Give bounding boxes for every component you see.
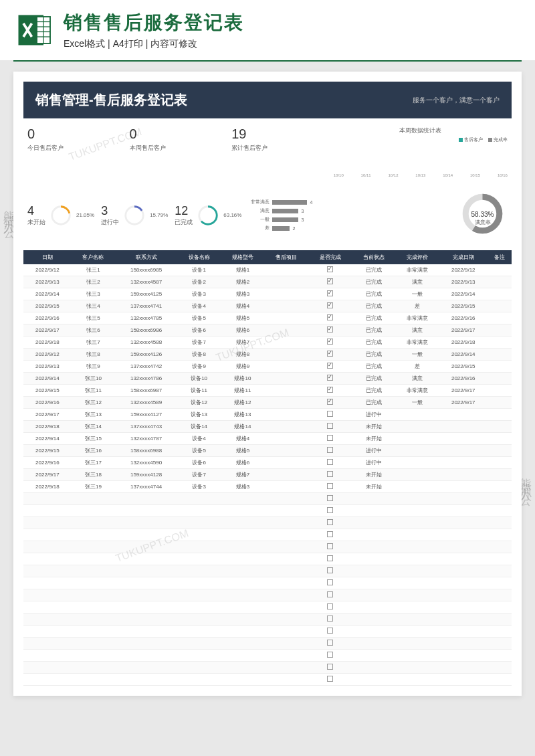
table-cell: 规格6 xyxy=(221,324,264,337)
rating-value: 4 xyxy=(310,200,312,205)
table-cell: 137xxxx4741 xyxy=(115,300,177,312)
table-cell xyxy=(488,324,512,337)
status-not-started: 4 未开始 21.05% xyxy=(27,204,94,227)
table-cell: 一般 xyxy=(396,288,439,300)
checkbox-icon[interactable] xyxy=(327,483,333,489)
table-cell xyxy=(308,457,352,469)
checkbox-icon[interactable] xyxy=(327,640,333,646)
table-row xyxy=(23,517,512,529)
arc-icon xyxy=(123,204,146,227)
checkbox-icon[interactable] xyxy=(327,326,333,333)
checkbox-icon[interactable] xyxy=(327,363,333,369)
table-cell xyxy=(177,529,221,541)
table-cell xyxy=(177,662,221,674)
checkbox-icon[interactable] xyxy=(327,266,333,272)
rating-value: 3 xyxy=(301,217,304,222)
checkbox-icon[interactable] xyxy=(327,567,333,573)
checkbox-icon[interactable] xyxy=(327,591,333,597)
table-cell xyxy=(177,638,221,650)
table-cell xyxy=(115,601,177,613)
table-cell: 张三15 xyxy=(72,433,115,445)
checkbox-icon[interactable] xyxy=(327,459,333,465)
chart-legend: 售后客户 完成率 xyxy=(334,136,508,143)
checkbox-icon[interactable] xyxy=(327,302,333,308)
table-row xyxy=(23,650,512,662)
table-cell xyxy=(265,349,308,361)
table-cell xyxy=(115,505,177,517)
checkbox-icon[interactable] xyxy=(327,411,333,417)
donut-pct: 58.33% xyxy=(471,211,494,218)
checkbox-icon[interactable] xyxy=(327,531,333,537)
chart-x-axis: 10/1010/1110/1210/1310/1410/1510/16 xyxy=(334,173,508,177)
checkbox-icon[interactable] xyxy=(327,351,333,357)
checkbox-icon[interactable] xyxy=(327,616,333,622)
rating-label: 满意 xyxy=(248,207,270,214)
checkbox-icon[interactable] xyxy=(327,278,333,284)
checkbox-icon[interactable] xyxy=(327,399,333,405)
table-cell xyxy=(396,638,439,650)
checkbox-icon[interactable] xyxy=(327,652,333,658)
table-cell xyxy=(396,601,439,613)
table-cell: 张三14 xyxy=(72,421,115,433)
checkbox-icon[interactable] xyxy=(327,447,333,453)
table-cell xyxy=(221,626,264,638)
table-row xyxy=(23,613,512,626)
table-cell xyxy=(439,457,488,469)
table-cell: 未开始 xyxy=(352,421,395,433)
stat-label: 本周售后客户 xyxy=(130,144,227,153)
checkbox-icon[interactable] xyxy=(327,603,333,609)
table-cell xyxy=(352,517,395,529)
table-cell xyxy=(72,613,115,626)
checkbox-icon[interactable] xyxy=(327,495,333,501)
status-label: 已完成 xyxy=(175,218,193,227)
checkbox-icon[interactable] xyxy=(327,579,333,585)
checkbox-icon[interactable] xyxy=(327,519,333,525)
table-cell xyxy=(439,638,488,650)
rating-bar xyxy=(272,217,298,222)
table-cell xyxy=(23,577,72,589)
table-cell xyxy=(72,626,115,638)
table-cell: 设备7 xyxy=(177,469,221,481)
checkbox-icon[interactable] xyxy=(327,543,333,549)
table-cell xyxy=(488,517,512,529)
status-pct: 63.16% xyxy=(223,212,241,218)
checkbox-icon[interactable] xyxy=(327,507,333,513)
rating-value: 2 xyxy=(292,226,295,231)
table-cell: 2022/9/14 xyxy=(23,288,72,300)
table-row: 2022/9/13张三2132xxxx4587设备2规格2已完成满意2022/9… xyxy=(23,276,512,288)
table-cell: 2022/9/17 xyxy=(23,409,72,421)
column-header: 客户名称 xyxy=(72,250,115,264)
checkbox-icon[interactable] xyxy=(327,471,333,477)
checkbox-icon[interactable] xyxy=(327,339,333,345)
table-cell xyxy=(115,517,177,529)
table-cell: 规格2 xyxy=(221,276,264,288)
table-cell: 2022/9/17 xyxy=(439,385,488,397)
x-tick: 10/12 xyxy=(388,173,398,177)
checkbox-icon[interactable] xyxy=(327,314,333,320)
table-cell: 张三7 xyxy=(72,337,115,349)
checkbox-icon[interactable] xyxy=(327,387,333,393)
column-header: 联系方式 xyxy=(115,250,177,264)
table-cell: 2022/9/12 xyxy=(23,349,72,361)
table-cell xyxy=(308,553,352,565)
column-header: 当前状态 xyxy=(352,250,395,264)
checkbox-icon[interactable] xyxy=(327,555,333,561)
table-cell xyxy=(439,553,488,565)
checkbox-icon[interactable] xyxy=(327,628,333,634)
checkbox-icon[interactable] xyxy=(327,676,333,682)
checkbox-icon[interactable] xyxy=(327,435,333,441)
table-row: 2022/9/12张三1158xxxx6985设备1规格1已完成非常满意2022… xyxy=(23,264,512,276)
table-cell: 137xxxx4743 xyxy=(115,421,177,433)
table-cell xyxy=(115,565,177,577)
table-cell xyxy=(115,577,177,589)
checkbox-icon[interactable] xyxy=(327,375,333,381)
checkbox-icon[interactable] xyxy=(327,423,333,429)
table-row: 2022/9/16张三17132xxxx4590设备6规格6进行中 xyxy=(23,457,512,469)
table-cell xyxy=(265,397,308,409)
table-cell: 159xxxx4128 xyxy=(115,469,177,481)
table-row: 2022/9/17张三13159xxxx4127设备13规格13进行中 xyxy=(23,409,512,421)
table-cell xyxy=(265,264,308,276)
checkbox-icon[interactable] xyxy=(327,290,333,296)
table-cell xyxy=(488,276,512,288)
checkbox-icon[interactable] xyxy=(327,664,333,670)
